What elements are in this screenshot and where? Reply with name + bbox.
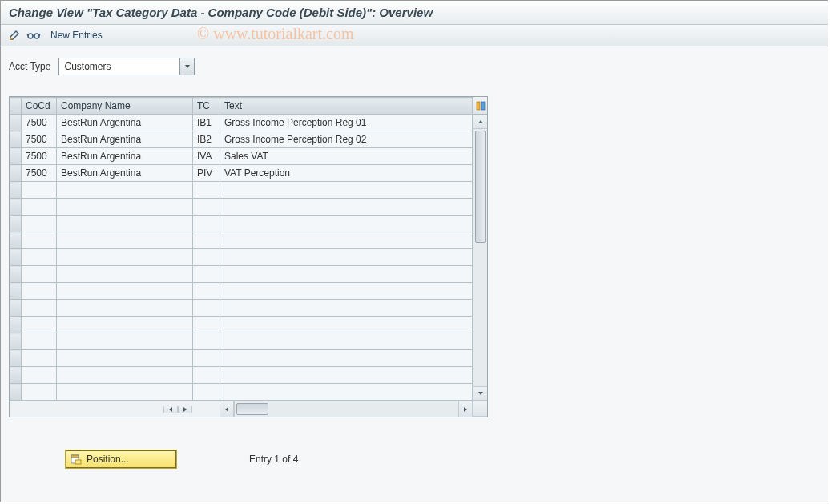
cell-tc[interactable]: [193, 216, 220, 232]
new-entries-button[interactable]: New Entries: [46, 28, 107, 42]
cell-text[interactable]: [220, 199, 473, 216]
table-row[interactable]: [10, 249, 473, 266]
row-selector[interactable]: [10, 333, 22, 350]
row-selector[interactable]: [10, 300, 22, 317]
col-header-tc[interactable]: TC: [193, 98, 220, 115]
cell-tc[interactable]: [193, 317, 220, 333]
cell-tc[interactable]: [193, 182, 220, 199]
cell-company_name[interactable]: BestRun Argentina: [57, 165, 193, 182]
cell-tc[interactable]: [193, 350, 220, 367]
cell-cocd[interactable]: [22, 232, 57, 249]
cell-company_name[interactable]: BestRun Argentina: [57, 115, 193, 131]
cell-tc[interactable]: IB1: [193, 115, 220, 131]
cell-company_name[interactable]: [57, 232, 193, 249]
hscroll-left-right-arrow-icon[interactable]: [178, 406, 192, 413]
cell-text[interactable]: [220, 317, 473, 333]
hscroll-thumb[interactable]: [236, 403, 268, 415]
cell-cocd[interactable]: [22, 182, 57, 199]
row-selector[interactable]: [10, 148, 22, 165]
row-selector[interactable]: [10, 182, 22, 199]
cell-text[interactable]: [220, 384, 473, 401]
cell-text[interactable]: [220, 216, 473, 232]
cell-tc[interactable]: [193, 300, 220, 317]
cell-tc[interactable]: [193, 333, 220, 350]
glasses-icon[interactable]: [26, 28, 41, 42]
cell-company_name[interactable]: [57, 300, 193, 317]
row-selector[interactable]: [10, 317, 22, 333]
cell-cocd[interactable]: [22, 333, 57, 350]
table-row[interactable]: 7500BestRun ArgentinaPIVVAT Perception: [10, 165, 473, 182]
cell-text[interactable]: [220, 249, 473, 266]
table-row[interactable]: [10, 199, 473, 216]
cell-text[interactable]: [220, 182, 473, 199]
cell-text[interactable]: [220, 266, 473, 283]
row-selector[interactable]: [10, 165, 22, 182]
table-row[interactable]: [10, 232, 473, 249]
row-selector[interactable]: [10, 249, 22, 266]
position-button[interactable]: Position...: [65, 450, 177, 469]
cell-company_name[interactable]: [57, 350, 193, 367]
cell-company_name[interactable]: [57, 199, 193, 216]
cell-tc[interactable]: [193, 249, 220, 266]
col-header-company-name[interactable]: Company Name: [57, 98, 193, 115]
col-header-cocd[interactable]: CoCd: [22, 98, 57, 115]
cell-company_name[interactable]: [57, 266, 193, 283]
row-selector[interactable]: [10, 216, 22, 232]
table-config-icon[interactable]: [473, 97, 487, 115]
row-selector[interactable]: [10, 384, 22, 401]
change-icon[interactable]: [7, 28, 22, 42]
hscroll-left-left-arrow-icon[interactable]: [163, 406, 178, 413]
hscroll-right-left-arrow-icon[interactable]: [220, 401, 234, 417]
table-row[interactable]: [10, 266, 473, 283]
cell-text[interactable]: [220, 367, 473, 384]
cell-tc[interactable]: [193, 367, 220, 384]
cell-text[interactable]: [220, 283, 473, 300]
cell-cocd[interactable]: [22, 216, 57, 232]
table-row[interactable]: 7500BestRun ArgentinaIB1Gross Income Per…: [10, 115, 473, 131]
table-row[interactable]: [10, 367, 473, 384]
cell-text[interactable]: Sales VAT: [220, 148, 473, 165]
cell-cocd[interactable]: 7500: [22, 165, 57, 182]
cell-text[interactable]: [220, 300, 473, 317]
row-selector[interactable]: [10, 367, 22, 384]
row-selector[interactable]: [10, 266, 22, 283]
col-header-text[interactable]: Text: [220, 98, 473, 115]
cell-tc[interactable]: [193, 199, 220, 216]
cell-tc[interactable]: [193, 232, 220, 249]
table-row[interactable]: [10, 317, 473, 333]
vscroll-track[interactable]: [473, 129, 487, 386]
cell-cocd[interactable]: [22, 199, 57, 216]
cell-tc[interactable]: IB2: [193, 131, 220, 148]
row-selector[interactable]: [10, 115, 22, 131]
cell-cocd[interactable]: [22, 249, 57, 266]
vscroll-up-arrow-icon[interactable]: [473, 115, 487, 129]
cell-company_name[interactable]: [57, 384, 193, 401]
cell-cocd[interactable]: [22, 384, 57, 401]
cell-cocd[interactable]: [22, 283, 57, 300]
cell-tc[interactable]: [193, 384, 220, 401]
hscroll-track[interactable]: [234, 401, 458, 417]
table-row[interactable]: [10, 384, 473, 401]
vscroll-thumb[interactable]: [475, 131, 486, 243]
cell-company_name[interactable]: BestRun Argentina: [57, 131, 193, 148]
cell-tc[interactable]: [193, 283, 220, 300]
cell-text[interactable]: VAT Perception: [220, 165, 473, 182]
cell-text[interactable]: [220, 350, 473, 367]
table-row[interactable]: [10, 216, 473, 232]
cell-text[interactable]: [220, 232, 473, 249]
row-selector[interactable]: [10, 232, 22, 249]
cell-text[interactable]: Gross Income Perception Reg 02: [220, 131, 473, 148]
table-row[interactable]: 7500BestRun ArgentinaIVASales VAT: [10, 148, 473, 165]
table-row[interactable]: [10, 333, 473, 350]
row-selector[interactable]: [10, 131, 22, 148]
cell-company_name[interactable]: [57, 249, 193, 266]
cell-company_name[interactable]: [57, 216, 193, 232]
cell-company_name[interactable]: [57, 367, 193, 384]
cell-company_name[interactable]: [57, 333, 193, 350]
cell-company_name[interactable]: [57, 317, 193, 333]
cell-cocd[interactable]: [22, 317, 57, 333]
chevron-down-icon[interactable]: [179, 58, 194, 75]
cell-cocd[interactable]: [22, 350, 57, 367]
table-row[interactable]: 7500BestRun ArgentinaIB2Gross Income Per…: [10, 131, 473, 148]
acct-type-select[interactable]: Customers: [58, 58, 195, 75]
